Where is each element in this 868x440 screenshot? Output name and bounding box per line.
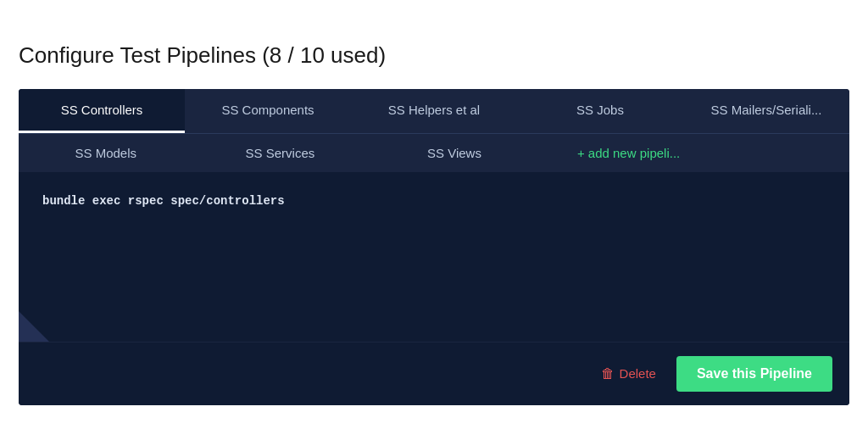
footer-actions: 🗑 Delete Save this Pipeline: [19, 342, 849, 405]
tab-ss-jobs[interactable]: SS Jobs: [517, 89, 683, 133]
tab-ss-components[interactable]: SS Components: [185, 89, 351, 133]
add-new-pipeline-button[interactable]: + add new pipeli...: [542, 134, 716, 172]
tab-ss-helpers[interactable]: SS Helpers et al: [351, 89, 517, 133]
tab-ss-views[interactable]: SS Views: [367, 134, 542, 172]
code-editor-area[interactable]: bundle exec rspec spec/controllers: [19, 172, 849, 342]
tabs-row-1: SS Controllers SS Components SS Helpers …: [19, 89, 849, 133]
triangle-indicator: [19, 311, 49, 342]
save-pipeline-button[interactable]: Save this Pipeline: [676, 356, 832, 392]
delete-button[interactable]: 🗑 Delete: [601, 366, 656, 382]
code-content: bundle exec rspec spec/controllers: [42, 194, 285, 208]
tab-ss-services[interactable]: SS Services: [193, 134, 368, 172]
tabs-row-2: SS Models SS Services SS Views + add new…: [19, 133, 849, 172]
pipeline-panel: SS Controllers SS Components SS Helpers …: [19, 89, 849, 405]
trash-icon: 🗑: [601, 366, 615, 382]
tab-ss-mailers[interactable]: SS Mailers/Seriali...: [683, 89, 849, 133]
configure-pipelines-container: Configure Test Pipelines (8 / 10 used) S…: [19, 36, 849, 405]
delete-label: Delete: [620, 366, 656, 381]
page-title: Configure Test Pipelines (8 / 10 used): [19, 36, 849, 75]
tab-ss-models[interactable]: SS Models: [19, 134, 193, 172]
tab-ss-controllers[interactable]: SS Controllers: [19, 89, 185, 133]
